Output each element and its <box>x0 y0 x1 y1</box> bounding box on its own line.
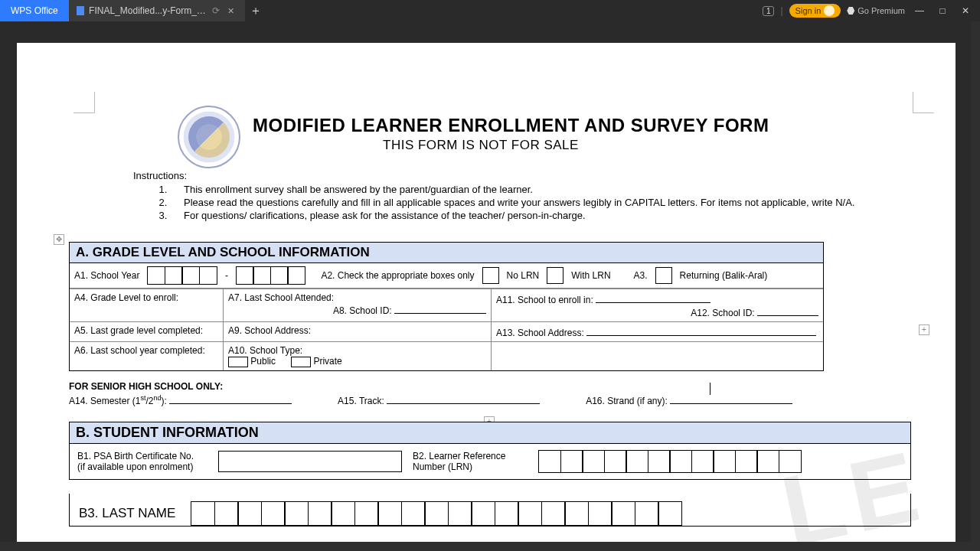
a4-label: A4. Grade Level to enroll: <box>70 289 223 321</box>
avatar-icon <box>824 5 835 16</box>
instruction-item: Please read the questions carefully and … <box>170 197 894 208</box>
a16-field[interactable] <box>670 393 792 404</box>
tab-sync-icon: ⟳ <box>212 5 220 16</box>
a1-year-end-boxes[interactable] <box>236 266 306 285</box>
premium-icon <box>847 7 854 15</box>
a3-label: A3. <box>634 270 648 281</box>
a5-label: A5. Last grade level completed: <box>70 321 223 341</box>
a12-label: A12. School ID: <box>691 308 754 318</box>
a8-label: A8. School ID: <box>333 305 392 316</box>
notification-badge[interactable]: 1 <box>763 6 775 16</box>
close-tab-button[interactable]: ✕ <box>224 6 237 16</box>
go-premium-label: Go Premium <box>858 6 905 15</box>
b2-label-line2: Number (LRN) <box>413 461 528 472</box>
a13-field[interactable] <box>586 325 816 336</box>
section-b: B. STUDENT INFORMATION B1. PSA Birth Cer… <box>69 422 911 527</box>
returning-label: Returning (Balik-Aral) <box>680 270 768 281</box>
private-label: Private <box>313 356 341 367</box>
public-label: Public <box>250 356 276 367</box>
shs-row: FOR SENIOR HIGH SCHOOL ONLY: A14. Semest… <box>69 381 900 406</box>
section-b-heading: B. STUDENT INFORMATION <box>69 422 911 444</box>
table-anchor-icon[interactable]: ✥ <box>54 234 64 245</box>
b1-field[interactable] <box>218 451 402 472</box>
a15-field[interactable] <box>387 393 540 404</box>
word-icon <box>77 6 84 15</box>
minimize-button[interactable]: — <box>911 5 928 16</box>
a10-label: A10. School Type: <box>228 345 302 356</box>
a11-field[interactable] <box>596 292 710 303</box>
insert-column-button[interactable]: + <box>919 324 929 335</box>
document-tab[interactable]: FINAL_Modified...y-Form_English ⟳ ✕ <box>69 0 245 21</box>
no-lrn-label: No LRN <box>507 270 540 281</box>
b3-label: B3. LAST NAME <box>79 506 175 521</box>
with-lrn-checkbox[interactable] <box>547 267 564 284</box>
a2-label: A2. Check the appropriate boxes only <box>321 270 474 281</box>
text-cursor <box>710 383 710 395</box>
a12-field[interactable] <box>757 305 818 316</box>
returning-checkbox[interactable] <box>655 267 672 284</box>
document-tab-title: FINAL_Modified...y-Form_English <box>89 5 207 16</box>
app-tab[interactable]: WPS Office <box>0 0 69 21</box>
b1-label-line1: B1. PSA Birth Certificate No. <box>77 451 207 461</box>
b2-lrn-boxes[interactable] <box>538 450 802 473</box>
maximize-button[interactable]: □ <box>934 5 951 16</box>
instructions-list: This enrollment survey shall be answered… <box>156 184 894 223</box>
a14-label: A14. Semester (1 <box>69 396 140 406</box>
deped-seal-icon <box>178 106 240 168</box>
a14-field[interactable] <box>169 393 292 404</box>
a13-label: A13. School Address: <box>496 328 584 338</box>
section-a: A. GRADE LEVEL AND SCHOOL INFORMATION A1… <box>69 242 824 371</box>
margin-guide <box>913 92 934 113</box>
go-premium-button[interactable]: Go Premium <box>847 6 905 15</box>
a11-label: A11. School to enroll in: <box>496 295 593 305</box>
titlebar: WPS Office FINAL_Modified...y-Form_Engli… <box>0 0 980 21</box>
b3-lastname-boxes[interactable] <box>191 501 682 526</box>
a9-label: A9. School Address: <box>228 325 311 336</box>
a1-year-start-boxes[interactable] <box>147 266 217 285</box>
instruction-item: For questions/ clarifications, please as… <box>170 210 894 221</box>
no-lrn-checkbox[interactable] <box>482 267 499 284</box>
a7-label: A7. Last School Attended: <box>228 292 334 303</box>
form-title: MODIFIED LEARNER ENROLLMENT AND SURVEY F… <box>253 115 769 136</box>
app-name: WPS Office <box>11 5 58 16</box>
instructions-label: Instructions: <box>133 170 187 181</box>
section-a-heading: A. GRADE LEVEL AND SCHOOL INFORMATION <box>70 243 823 263</box>
a16-label: A16. Strand (if any): <box>586 396 668 406</box>
a1-label: A1. School Year <box>74 270 139 281</box>
close-window-button[interactable]: ✕ <box>957 5 974 16</box>
form-subtitle: THIS FORM IS NOT FOR SALE <box>383 138 579 153</box>
sign-in-label: Sign in <box>795 6 822 15</box>
a6-label: A6. Last school year completed: <box>70 341 223 370</box>
a15-label: A15. Track: <box>338 396 384 406</box>
b1-label-line2: (if available upon enrolment) <box>77 461 207 472</box>
sign-in-button[interactable]: Sign in <box>789 4 841 18</box>
margin-guide <box>74 92 95 113</box>
new-tab-button[interactable]: ＋ <box>245 0 266 21</box>
b2-label-line1: B2. Learner Reference <box>413 451 528 461</box>
private-checkbox[interactable] <box>291 357 311 367</box>
right-scroll-rail[interactable] <box>971 21 980 551</box>
shs-label: FOR SENIOR HIGH SCHOOL ONLY: <box>69 381 900 392</box>
with-lrn-label: With LRN <box>571 270 610 281</box>
instruction-item: This enrollment survey shall be answered… <box>170 184 894 195</box>
a8-field[interactable] <box>394 303 486 314</box>
document-viewport: MODIFIED LEARNER ENROLLMENT AND SURVEY F… <box>0 21 971 542</box>
document-page: MODIFIED LEARNER ENROLLMENT AND SURVEY F… <box>17 43 956 542</box>
bottom-scroll-rail[interactable] <box>0 542 980 551</box>
public-checkbox[interactable] <box>228 357 248 367</box>
